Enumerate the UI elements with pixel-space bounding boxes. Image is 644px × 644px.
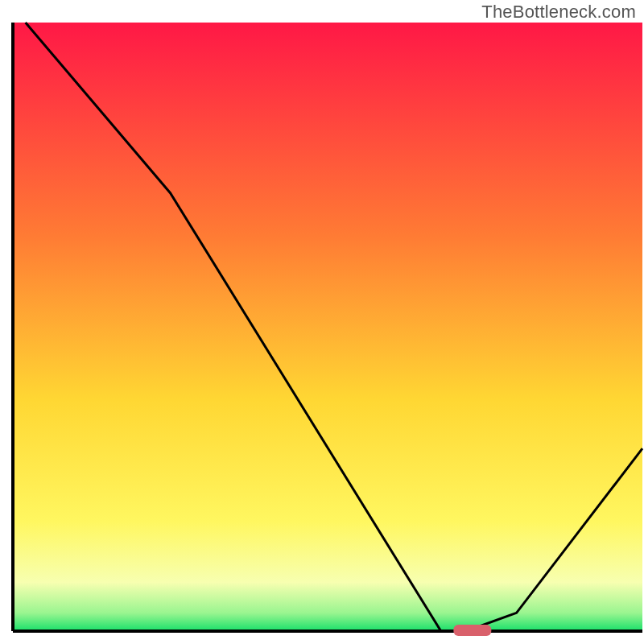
optimal-marker bbox=[453, 625, 491, 636]
bottleneck-chart: TheBottleneck.com bbox=[0, 0, 644, 644]
chart-background bbox=[13, 23, 642, 631]
chart-svg bbox=[0, 0, 644, 644]
